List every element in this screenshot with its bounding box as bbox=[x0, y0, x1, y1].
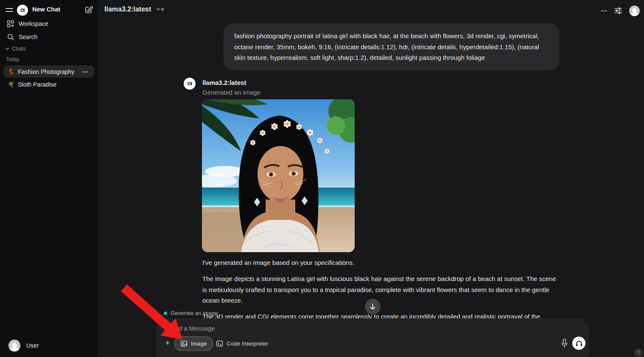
assistant-caption: Generated an image bbox=[202, 89, 260, 96]
code-interpreter-button[interactable]: Code Interpreter bbox=[210, 337, 274, 350]
new-chat-icon[interactable] bbox=[84, 6, 93, 14]
sidebar-chat-fashion-photography[interactable]: 💃 Fashion Photography ••• bbox=[3, 65, 94, 78]
sidebar: OI New Chat Workspace Search bbox=[0, 0, 98, 357]
attach-button[interactable]: + bbox=[163, 337, 172, 349]
assistant-avatar-glyph: OI bbox=[188, 81, 192, 86]
generation-status-text: Generate an image bbox=[171, 310, 218, 316]
scroll-to-bottom-button[interactable] bbox=[365, 299, 381, 315]
voice-call-button[interactable] bbox=[572, 337, 585, 350]
arrow-down-icon bbox=[369, 303, 376, 310]
headphones-icon bbox=[575, 340, 583, 347]
message-input[interactable] bbox=[167, 323, 566, 333]
assistant-avatar: OI bbox=[184, 78, 196, 90]
chevron-down-icon bbox=[5, 47, 9, 51]
sidebar-chat-sloth-paradise[interactable]: 🌴 Sloth Paradise bbox=[3, 78, 94, 90]
code-interpreter-label: Code Interpreter bbox=[227, 340, 268, 347]
chats-section-label: Chats bbox=[12, 46, 26, 52]
chat-messages: fashion photography portrait of latina g… bbox=[98, 21, 644, 357]
search-label: Search bbox=[19, 34, 37, 40]
chat-emoji: 🌴 bbox=[8, 81, 14, 87]
app-logo-glyph: OI bbox=[20, 8, 25, 13]
chat-emoji: 💃 bbox=[8, 68, 14, 75]
microphone-icon[interactable] bbox=[560, 338, 568, 349]
generation-status: Generate an image bbox=[164, 310, 218, 316]
new-chat-label[interactable]: New Chat bbox=[32, 6, 60, 13]
terminal-icon bbox=[216, 340, 223, 347]
chat-title: Sloth Paradise bbox=[18, 81, 90, 88]
chat-menu-icon[interactable]: ••• bbox=[82, 69, 90, 74]
sidebar-header: OI New Chat bbox=[0, 3, 98, 17]
topbar: llama3.2:latest + ••• bbox=[98, 0, 644, 21]
image-button-label: Image bbox=[191, 340, 207, 347]
new-model-tab-button[interactable]: + bbox=[160, 5, 165, 14]
image-icon bbox=[180, 340, 188, 347]
sidebar-item-workspace[interactable]: Workspace bbox=[3, 18, 94, 30]
model-selector[interactable]: llama3.2:latest bbox=[104, 6, 161, 13]
app-logo: OI bbox=[17, 5, 28, 16]
user-avatar bbox=[8, 340, 20, 351]
sidebar-user-menu[interactable]: User bbox=[3, 338, 94, 353]
chats-section-toggle[interactable]: Chats bbox=[5, 46, 26, 52]
sidebar-toggle-icon[interactable] bbox=[5, 6, 14, 14]
workspace-label: Workspace bbox=[19, 20, 48, 27]
generated-image[interactable] bbox=[202, 99, 355, 252]
help-button[interactable]: ? bbox=[634, 348, 643, 357]
user-name: User bbox=[26, 342, 39, 349]
assistant-paragraph: I've generated an image based on your sp… bbox=[202, 257, 560, 268]
chat-settings-icon[interactable] bbox=[614, 7, 622, 14]
message-composer: + Image Code Interpreter bbox=[156, 318, 589, 357]
workspace-icon bbox=[7, 20, 14, 28]
assistant-paragraph: The image depicts a stunning Latina girl… bbox=[202, 273, 560, 306]
more-options-icon[interactable]: ••• bbox=[601, 8, 607, 13]
image-generation-button[interactable]: Image bbox=[175, 337, 213, 350]
search-icon bbox=[7, 33, 14, 41]
assistant-message-text: I've generated an image based on your sp… bbox=[202, 257, 560, 327]
model-name: llama3.2:latest bbox=[104, 6, 151, 13]
chat-date-group: Today bbox=[6, 56, 20, 62]
assistant-model-name: llama3.2:latest bbox=[202, 79, 246, 86]
account-avatar[interactable] bbox=[629, 6, 640, 16]
composer-toolbar: + Image Code Interpreter bbox=[156, 335, 589, 351]
user-message-bubble: fashion photography portrait of latina g… bbox=[224, 23, 560, 70]
sidebar-item-search[interactable]: Search bbox=[3, 31, 94, 43]
chat-title: Fashion Photography bbox=[18, 68, 78, 75]
status-dot bbox=[164, 312, 167, 315]
